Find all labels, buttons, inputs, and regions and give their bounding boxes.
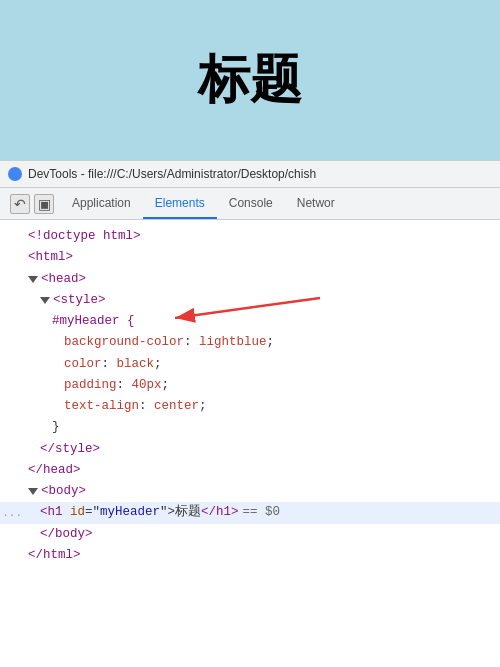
code-line-selector: #myHeader { (0, 311, 500, 332)
triangle-head-icon (28, 276, 38, 283)
code-line-style: <style> (0, 290, 500, 311)
code-line-html: <html> (0, 247, 500, 268)
devtools-tab-icons: ↶ ▣ (4, 188, 60, 219)
tab-console[interactable]: Console (217, 188, 285, 219)
devtools-tabs: ↶ ▣ Application Elements Console Networ (0, 188, 500, 220)
code-line-doctype: <!doctype html> (0, 226, 500, 247)
code-line-close-brace: } (0, 417, 500, 438)
code-line-textalign: text-align : center ; (0, 396, 500, 417)
code-line-padding: padding : 40px ; (0, 375, 500, 396)
code-line-color: color : black ; (0, 354, 500, 375)
code-line-close-body: </body> (0, 524, 500, 545)
preview-title: 标题 (198, 45, 302, 115)
code-line-close-html: </html> (0, 545, 500, 566)
triangle-style-icon (40, 297, 50, 304)
code-content: <!doctype html> <html> <head> <style> #m… (0, 220, 500, 572)
code-panel: <!doctype html> <html> <head> <style> #m… (0, 220, 500, 572)
code-line-bg: background-color : lightblue ; (0, 332, 500, 353)
triangle-body-icon (28, 488, 38, 495)
cursor-icon[interactable]: ↶ (10, 194, 30, 214)
tab-application[interactable]: Application (60, 188, 143, 219)
code-line-close-head: </head> (0, 460, 500, 481)
devtools-title: DevTools - file:///C:/Users/Administrato… (28, 167, 492, 181)
devtools-bar: DevTools - file:///C:/Users/Administrato… (0, 160, 500, 188)
code-line-close-style: </style> (0, 439, 500, 460)
code-line-h1: ... <h1 id =" myHeader "> 标题 </h1> == $0 (0, 502, 500, 523)
code-line-head: <head> (0, 269, 500, 290)
tab-elements[interactable]: Elements (143, 188, 217, 219)
preview-area: 标题 (0, 0, 500, 160)
code-line-body: <body> (0, 481, 500, 502)
tab-network[interactable]: Networ (285, 188, 347, 219)
devtools-favicon-icon (8, 167, 22, 181)
inspect-icon[interactable]: ▣ (34, 194, 54, 214)
